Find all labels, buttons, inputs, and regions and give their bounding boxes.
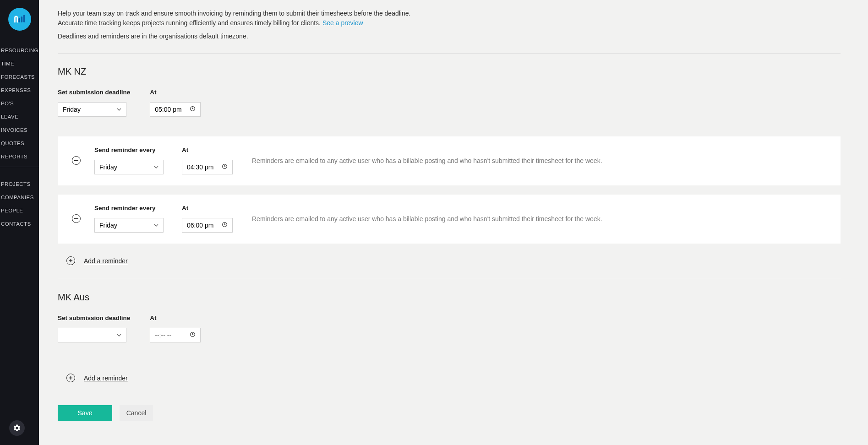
at-label: At <box>150 89 201 96</box>
reminder-day-field: Send reminder every Friday <box>94 205 164 233</box>
nav-time[interactable]: TIME <box>0 57 39 70</box>
main-scroll[interactable]: Help your team stay on track and ensure … <box>39 0 868 445</box>
sidebar: RESOURCING TIME FORECASTS EXPENSES PO'S … <box>0 0 39 445</box>
gear-icon <box>13 424 21 432</box>
nav-pos[interactable]: PO'S <box>0 97 39 110</box>
deadline-time-value: 05:00 pm <box>155 106 181 113</box>
clock-icon <box>222 163 228 171</box>
deadline-day-field: Set submission deadline Friday <box>58 89 130 117</box>
brand-mark-icon <box>13 13 26 26</box>
deadline-day-value: Friday <box>63 106 81 113</box>
minus-circle-icon <box>72 214 81 223</box>
chevron-down-icon <box>154 222 158 229</box>
cancel-button[interactable]: Cancel <box>120 405 153 421</box>
deadline-label: Set submission deadline <box>58 315 130 321</box>
send-every-label: Send reminder every <box>94 205 164 212</box>
nav-invoices[interactable]: INVOICES <box>0 123 39 136</box>
reminder-day-value: Friday <box>99 222 117 229</box>
clock-icon <box>190 331 196 339</box>
add-reminder-text: Add a reminder <box>84 374 128 382</box>
intro-line2: Accurate time tracking keeps projects ru… <box>58 18 841 28</box>
send-every-label: Send reminder every <box>94 147 164 153</box>
svg-rect-2 <box>23 15 25 22</box>
reminder-time-field: At 04:30 pm <box>182 147 233 174</box>
plus-circle-icon <box>66 256 75 265</box>
chevron-down-icon <box>154 163 158 171</box>
content: Help your team stay on track and ensure … <box>39 0 868 445</box>
minus-circle-icon <box>72 156 81 165</box>
at-label: At <box>182 147 233 153</box>
clock-icon <box>222 222 228 229</box>
svg-rect-0 <box>18 18 20 22</box>
reminder-fields: Send reminder every Friday At 04:30 pm <box>94 147 233 174</box>
reminder-time-value: 04:30 pm <box>187 163 213 171</box>
chevron-down-icon <box>117 331 121 339</box>
nav-reports[interactable]: REPORTS <box>0 150 39 163</box>
remove-reminder-button[interactable] <box>58 214 94 223</box>
add-reminder-text: Add a reminder <box>84 257 128 265</box>
reminder-day-select[interactable]: Friday <box>94 218 164 233</box>
intro-text: Help your team stay on track and ensure … <box>58 0 841 41</box>
nav-resourcing[interactable]: RESOURCING <box>0 43 39 57</box>
deadline-time-field: At 05:00 pm <box>150 89 201 117</box>
reminder-day-select[interactable]: Friday <box>94 160 164 174</box>
deadline-time-value: --:-- -- <box>155 331 171 339</box>
deadline-row-mknz: Set submission deadline Friday At 05:00 … <box>58 89 841 117</box>
intro-line1: Help your team stay on track and ensure … <box>58 9 841 18</box>
section-title-mknz: MK NZ <box>58 54 841 89</box>
nav-contacts[interactable]: CONTACTS <box>0 217 39 230</box>
deadline-row-mkaus: Set submission deadline At --:-- -- <box>58 315 841 342</box>
remove-reminder-button[interactable] <box>58 156 94 165</box>
reminder-time-value: 06:00 pm <box>187 222 213 229</box>
chevron-down-icon <box>117 106 121 113</box>
nav-forecasts[interactable]: FORECASTS <box>0 70 39 83</box>
intro-line2a: Accurate time tracking keeps projects ru… <box>58 19 322 27</box>
clock-icon <box>190 106 196 113</box>
deadline-day-select[interactable]: Friday <box>58 102 126 117</box>
reminder-time-field: At 06:00 pm <box>182 205 233 233</box>
nav-divider <box>0 167 39 177</box>
save-button[interactable]: Save <box>58 405 112 421</box>
deadline-time-field: At --:-- -- <box>150 315 201 342</box>
see-preview-link[interactable]: See a preview <box>322 19 363 27</box>
timezone-note: Deadlines and reminders are in the organ… <box>58 32 841 41</box>
reminder-time-input[interactable]: 04:30 pm <box>182 160 233 174</box>
plus-circle-icon <box>66 374 75 382</box>
button-row: Save Cancel <box>58 405 841 421</box>
nav-quotes[interactable]: QUOTES <box>0 136 39 150</box>
reminder-time-input[interactable]: 06:00 pm <box>182 218 233 233</box>
reminder-note: Reminders are emailed to any active user… <box>252 215 602 222</box>
logo-wrap <box>0 0 39 43</box>
deadline-day-field: Set submission deadline <box>58 315 130 342</box>
nav-group-1: RESOURCING TIME FORECASTS EXPENSES PO'S … <box>0 43 39 163</box>
reminder-day-field: Send reminder every Friday <box>94 147 164 174</box>
deadline-day-select[interactable] <box>58 328 126 342</box>
nav-expenses[interactable]: EXPENSES <box>0 83 39 97</box>
brand-logo[interactable] <box>8 8 31 31</box>
nav-leave[interactable]: LEAVE <box>0 110 39 123</box>
section-title-mkaus: MK Aus <box>58 279 841 315</box>
reminder-fields: Send reminder every Friday At 06:00 pm <box>94 205 233 233</box>
reminder-note: Reminders are emailed to any active user… <box>252 157 602 164</box>
add-reminder-row[interactable]: Add a reminder <box>58 256 841 265</box>
settings-button[interactable] <box>9 420 25 436</box>
svg-rect-1 <box>21 16 22 22</box>
at-label: At <box>182 205 233 212</box>
deadline-time-input[interactable]: --:-- -- <box>150 328 201 342</box>
deadline-label: Set submission deadline <box>58 89 130 96</box>
reminder-day-value: Friday <box>99 163 117 171</box>
nav-projects[interactable]: PROJECTS <box>0 177 39 190</box>
nav-group-2: PROJECTS COMPANIES PEOPLE CONTACTS <box>0 177 39 230</box>
at-label: At <box>150 315 201 321</box>
add-reminder-row[interactable]: Add a reminder <box>58 374 841 382</box>
reminder-card: Send reminder every Friday At 06:00 pm <box>58 195 841 244</box>
reminder-card: Send reminder every Friday At 04:30 pm <box>58 136 841 185</box>
deadline-time-input[interactable]: 05:00 pm <box>150 102 201 117</box>
nav-companies[interactable]: COMPANIES <box>0 190 39 204</box>
nav-people[interactable]: PEOPLE <box>0 204 39 217</box>
